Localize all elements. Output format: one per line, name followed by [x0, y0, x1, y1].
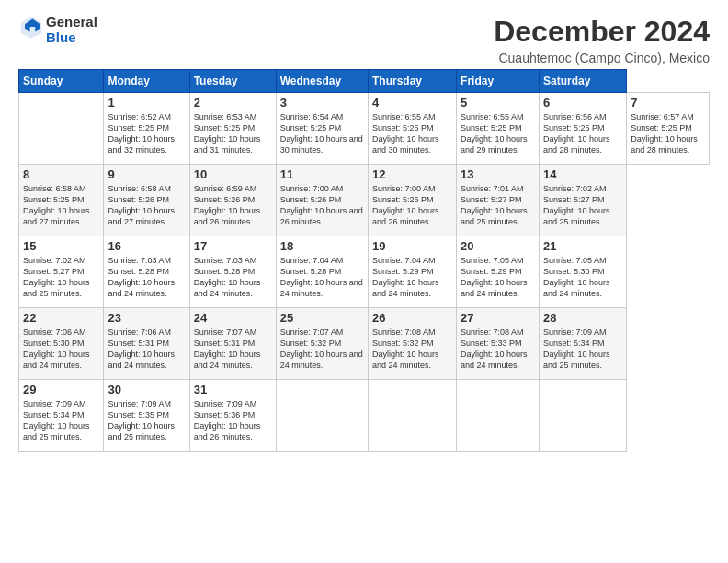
calendar-cell: 16Sunrise: 7:03 AMSunset: 5:28 PMDayligh…	[104, 236, 189, 308]
logo-icon	[18, 14, 44, 40]
calendar-cell	[276, 380, 368, 452]
day-info: Sunrise: 6:53 AMSunset: 5:25 PMDaylight:…	[194, 111, 272, 156]
day-info: Sunrise: 7:05 AMSunset: 5:30 PMDaylight:…	[543, 255, 622, 300]
day-info: Sunrise: 6:56 AMSunset: 5:25 PMDaylight:…	[543, 111, 622, 156]
calendar-cell: 23Sunrise: 7:06 AMSunset: 5:31 PMDayligh…	[104, 308, 189, 380]
main-title: December 2024	[494, 15, 710, 49]
calendar-cell: 19Sunrise: 7:04 AMSunset: 5:29 PMDayligh…	[368, 236, 456, 308]
day-info: Sunrise: 6:57 AMSunset: 5:25 PMDaylight:…	[631, 111, 705, 156]
day-number: 12	[372, 167, 452, 181]
calendar-cell: 7Sunrise: 6:57 AMSunset: 5:25 PMDaylight…	[627, 93, 710, 165]
day-info: Sunrise: 7:02 AMSunset: 5:27 PMDaylight:…	[543, 183, 622, 228]
header-cell-sunday: Sunday	[19, 70, 104, 93]
day-number: 4	[372, 96, 452, 109]
header-cell-thursday: Thursday	[368, 70, 456, 93]
calendar-cell	[19, 93, 104, 165]
title-block: December 2024 Cuauhtemoc (Campo Cinco), …	[494, 15, 710, 65]
calendar-cell: 5Sunrise: 6:55 AMSunset: 5:25 PMDaylight…	[457, 93, 540, 165]
day-number: 24	[194, 311, 272, 325]
day-number: 1	[108, 96, 185, 109]
day-number: 25	[280, 311, 364, 325]
header-cell-monday: Monday	[104, 70, 189, 93]
week-row-2: 8Sunrise: 6:58 AMSunset: 5:25 PMDaylight…	[19, 165, 710, 236]
header-cell-tuesday: Tuesday	[189, 70, 276, 93]
day-number: 10	[194, 167, 272, 181]
day-number: 3	[280, 96, 364, 109]
calendar-cell: 28Sunrise: 7:09 AMSunset: 5:34 PMDayligh…	[540, 308, 627, 380]
day-number: 21	[543, 239, 622, 253]
week-row-3: 15Sunrise: 7:02 AMSunset: 5:27 PMDayligh…	[19, 236, 710, 308]
day-number: 16	[108, 239, 185, 253]
day-info: Sunrise: 6:52 AMSunset: 5:25 PMDaylight:…	[108, 111, 185, 156]
day-number: 27	[461, 311, 535, 325]
calendar-cell: 17Sunrise: 7:03 AMSunset: 5:28 PMDayligh…	[189, 236, 276, 308]
calendar-cell: 20Sunrise: 7:05 AMSunset: 5:29 PMDayligh…	[457, 236, 540, 308]
calendar-cell: 29Sunrise: 7:09 AMSunset: 5:34 PMDayligh…	[19, 380, 104, 452]
day-number: 7	[631, 96, 705, 109]
day-number: 2	[194, 96, 272, 109]
day-number: 17	[194, 239, 272, 253]
day-info: Sunrise: 7:06 AMSunset: 5:30 PMDaylight:…	[23, 327, 99, 372]
day-info: Sunrise: 6:55 AMSunset: 5:25 PMDaylight:…	[372, 111, 452, 156]
day-info: Sunrise: 7:07 AMSunset: 5:32 PMDaylight:…	[280, 327, 364, 372]
day-info: Sunrise: 7:07 AMSunset: 5:31 PMDaylight:…	[194, 327, 272, 372]
day-number: 29	[23, 383, 99, 396]
page: General Blue December 2024 Cuauhtemoc (C…	[0, 0, 728, 461]
day-info: Sunrise: 7:02 AMSunset: 5:27 PMDaylight:…	[23, 255, 99, 300]
day-info: Sunrise: 6:55 AMSunset: 5:25 PMDaylight:…	[461, 111, 535, 156]
calendar-cell	[368, 380, 456, 452]
day-info: Sunrise: 6:59 AMSunset: 5:26 PMDaylight:…	[194, 183, 272, 228]
day-info: Sunrise: 6:58 AMSunset: 5:26 PMDaylight:…	[108, 183, 185, 228]
week-row-5: 29Sunrise: 7:09 AMSunset: 5:34 PMDayligh…	[19, 380, 710, 452]
calendar-cell: 4Sunrise: 6:55 AMSunset: 5:25 PMDaylight…	[368, 93, 456, 165]
day-number: 14	[543, 167, 622, 181]
calendar-cell: 11Sunrise: 7:00 AMSunset: 5:26 PMDayligh…	[276, 165, 368, 236]
day-info: Sunrise: 7:09 AMSunset: 5:35 PMDaylight:…	[108, 398, 185, 443]
calendar-cell: 14Sunrise: 7:02 AMSunset: 5:27 PMDayligh…	[540, 165, 627, 236]
day-number: 26	[372, 311, 452, 325]
calendar-cell: 22Sunrise: 7:06 AMSunset: 5:30 PMDayligh…	[19, 308, 104, 380]
day-number: 28	[543, 311, 622, 325]
logo-text-general: General	[46, 15, 97, 30]
day-info: Sunrise: 7:03 AMSunset: 5:28 PMDaylight:…	[108, 255, 185, 300]
header: General Blue December 2024 Cuauhtemoc (C…	[18, 15, 710, 65]
calendar-cell: 25Sunrise: 7:07 AMSunset: 5:32 PMDayligh…	[276, 308, 368, 380]
calendar-cell: 10Sunrise: 6:59 AMSunset: 5:26 PMDayligh…	[189, 165, 276, 236]
calendar-cell: 1Sunrise: 6:52 AMSunset: 5:25 PMDaylight…	[104, 93, 189, 165]
day-number: 23	[108, 311, 185, 325]
header-cell-wednesday: Wednesday	[276, 70, 368, 93]
day-info: Sunrise: 7:09 AMSunset: 5:34 PMDaylight:…	[23, 398, 99, 443]
calendar-cell: 24Sunrise: 7:07 AMSunset: 5:31 PMDayligh…	[189, 308, 276, 380]
day-info: Sunrise: 6:58 AMSunset: 5:25 PMDaylight:…	[23, 183, 99, 228]
day-info: Sunrise: 7:04 AMSunset: 5:28 PMDaylight:…	[280, 255, 364, 300]
day-number: 9	[108, 167, 185, 181]
calendar-cell: 9Sunrise: 6:58 AMSunset: 5:26 PMDaylight…	[104, 165, 189, 236]
day-number: 18	[280, 239, 364, 253]
day-number: 13	[461, 167, 535, 181]
day-number: 20	[461, 239, 535, 253]
calendar-cell: 2Sunrise: 6:53 AMSunset: 5:25 PMDaylight…	[189, 93, 276, 165]
day-number: 15	[23, 239, 99, 253]
day-info: Sunrise: 7:00 AMSunset: 5:26 PMDaylight:…	[372, 183, 452, 228]
day-info: Sunrise: 7:00 AMSunset: 5:26 PMDaylight:…	[280, 183, 364, 228]
calendar-cell: 31Sunrise: 7:09 AMSunset: 5:36 PMDayligh…	[189, 380, 276, 452]
calendar-cell: 8Sunrise: 6:58 AMSunset: 5:25 PMDaylight…	[19, 165, 104, 236]
calendar-cell: 12Sunrise: 7:00 AMSunset: 5:26 PMDayligh…	[368, 165, 456, 236]
calendar-cell: 3Sunrise: 6:54 AMSunset: 5:25 PMDaylight…	[276, 93, 368, 165]
day-number: 5	[461, 96, 535, 109]
day-info: Sunrise: 7:06 AMSunset: 5:31 PMDaylight:…	[108, 327, 185, 372]
header-cell-friday: Friday	[457, 70, 540, 93]
day-info: Sunrise: 7:03 AMSunset: 5:28 PMDaylight:…	[194, 255, 272, 300]
calendar-cell: 30Sunrise: 7:09 AMSunset: 5:35 PMDayligh…	[104, 380, 189, 452]
logo-text-blue: Blue	[46, 30, 97, 46]
calendar-cell: 18Sunrise: 7:04 AMSunset: 5:28 PMDayligh…	[276, 236, 368, 308]
week-row-4: 22Sunrise: 7:06 AMSunset: 5:30 PMDayligh…	[19, 308, 710, 380]
calendar-table: SundayMondayTuesdayWednesdayThursdayFrid…	[18, 69, 710, 452]
calendar-cell: 15Sunrise: 7:02 AMSunset: 5:27 PMDayligh…	[19, 236, 104, 308]
day-number: 11	[280, 167, 364, 181]
calendar-cell: 6Sunrise: 6:56 AMSunset: 5:25 PMDaylight…	[540, 93, 627, 165]
week-row-1: 1Sunrise: 6:52 AMSunset: 5:25 PMDaylight…	[19, 93, 710, 165]
day-info: Sunrise: 7:01 AMSunset: 5:27 PMDaylight:…	[461, 183, 535, 228]
day-number: 30	[108, 383, 185, 396]
subtitle: Cuauhtemoc (Campo Cinco), Mexico	[494, 51, 710, 65]
